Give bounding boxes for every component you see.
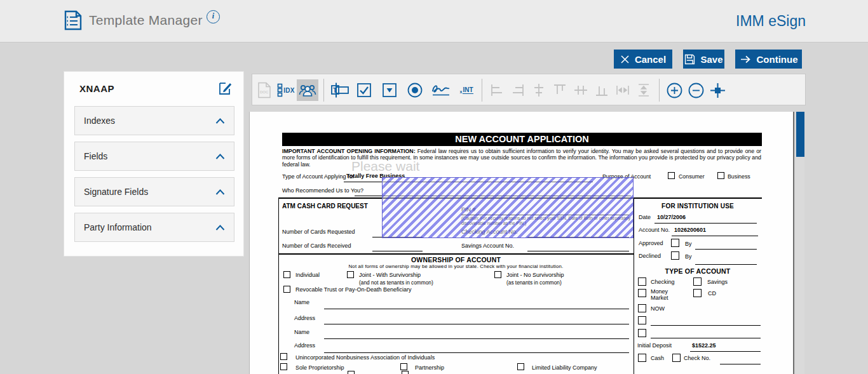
section-label: Party Information [84,222,152,232]
cancel-button-label: Cancel [635,54,666,65]
approved-checkbox [671,239,679,247]
check-no-checkbox [672,354,681,362]
match-size-icon [613,79,632,101]
sole-label: Sole Proprietorship [295,364,344,371]
field-line [695,264,757,265]
cancel-button[interactable]: Cancel [614,50,672,69]
joint-no-label: Joint - No Survivorship [506,272,564,278]
cards-requested-label: Number of Cards Requested [282,229,355,235]
align-top-icon [550,79,569,101]
money-market-checkbox [638,289,646,297]
crosshair-icon[interactable] [707,79,728,101]
partnership-label: Partnership [415,364,444,371]
idx-label: IDX [283,87,295,94]
scrollbar-thumb[interactable] [796,112,804,157]
distribute-vertical-icon [634,79,653,101]
field-line [527,251,629,251]
partial-checkbox [402,371,409,374]
x-icon [620,55,630,64]
zoom-out-icon[interactable] [686,79,706,101]
align-right-icon [508,79,527,101]
savings-checkbox [693,277,702,286]
ownership-note: Not all forms of ownership may be allowe… [278,264,634,269]
type-of-account-title: TYPE OF ACCOUNT [634,267,762,275]
svg-text:DOC: DOC [260,90,269,94]
info-icon[interactable]: i [207,10,220,23]
savings-no-label: Savings Account No. [461,243,514,249]
app-header: Template Manager i IMM eSign [0,0,868,43]
address-label: Address [294,342,315,349]
cd-checkbox [693,289,702,297]
field-line [324,324,629,324]
text-field-icon[interactable]: T [329,79,351,101]
sidebar-section-indexes[interactable]: Indexes [74,106,234,135]
arrow-right-icon [740,55,752,64]
continue-button-label: Continue [757,54,798,65]
index-fields-icon[interactable]: IDX [275,79,297,101]
placed-field-overlay[interactable] [382,177,634,238]
field-line [324,338,629,339]
dropdown-field-icon[interactable] [380,79,399,101]
field-line [695,249,757,250]
distribute-horizontal-icon [571,79,590,101]
sidebar-section-signature-fields[interactable]: Signature Fields [74,177,234,206]
signature-field-icon[interactable] [430,79,452,101]
section-label: Indexes [84,116,115,126]
field-line [324,352,629,353]
section-label: Fields [84,151,107,161]
document-canvas[interactable]: Please wait NEW ACCOUNT APPLICATION IMPO… [249,112,794,374]
field-line [690,351,761,352]
int-prefix: x [459,90,462,94]
revocable-label: Revocable Trust or Pay-On-Death Benefici… [295,286,412,293]
intro-lead: IMPORTANT ACCOUNT OPENING INFORMATION: [282,148,416,154]
save-button-label: Save [700,54,722,65]
institution-title: FOR INSTITUTION USE [634,203,762,210]
account-no-label: Account No. [639,227,670,233]
savings-label: Savings [707,279,728,285]
llc-checkbox [517,363,524,370]
field-line [672,236,758,236]
field-line [651,338,761,338]
name-label: Name [294,329,309,335]
declined-label: Declined [639,253,661,259]
radio-field-icon[interactable] [405,79,425,101]
joint-no-checkbox [494,271,501,278]
chevron-up-icon [215,118,225,124]
checkbox-field-icon[interactable] [355,79,374,101]
party-fields-icon[interactable] [297,79,318,101]
check-no-label: Check No. [684,355,710,361]
date-label: Date [639,214,651,220]
template-list-icon [64,10,83,34]
brand-logo: IMM eSign [736,13,806,30]
edit-template-icon[interactable] [218,81,233,98]
toolbar-separator [659,79,660,102]
account-no-value: 1026200601 [674,227,706,233]
chevron-up-icon [215,154,225,159]
individual-checkbox [283,271,290,278]
address-label: Address [294,315,315,321]
unincorporated-checkbox [280,353,287,360]
initial-deposit-label: Initial Deposit [637,342,672,349]
continue-button[interactable]: Continue [735,50,802,69]
partial-checkbox [348,371,355,374]
atm-title: ATM CASH CARD REQUEST [282,203,368,210]
checking-checkbox [638,277,646,286]
initials-field-icon[interactable]: x INT [454,79,478,101]
sidebar-section-fields[interactable]: Fields [74,142,234,171]
name-label: Name [294,299,309,305]
initial-deposit-value: $1522.25 [692,342,716,349]
zoom-in-icon[interactable] [664,79,684,101]
approved-label: Approved [639,240,663,246]
toolbar-separator [482,79,482,102]
svg-text:T: T [333,87,337,94]
by-label: By [685,253,692,260]
sidebar-section-party-information[interactable]: Party Information [74,213,234,242]
other-checkbox [638,329,646,337]
align-center-icon [529,79,548,101]
save-button[interactable]: Save [683,50,724,69]
field-line [720,364,761,364]
cash-label: Cash [651,355,664,361]
align-left-icon [487,79,506,101]
align-bottom-icon [592,79,611,101]
llc-label: Limited Liability Company [532,364,597,371]
